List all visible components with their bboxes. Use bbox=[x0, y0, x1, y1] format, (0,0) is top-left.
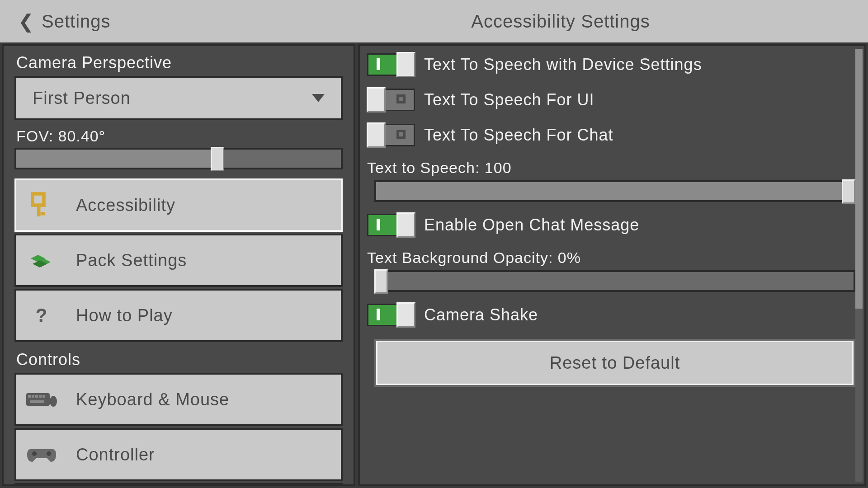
chevron-left-icon: ❮ bbox=[18, 10, 34, 33]
toggle-tts-ui[interactable] bbox=[367, 89, 415, 111]
controls-section-label: Controls bbox=[16, 350, 343, 369]
nav-label: Keyboard & Mouse bbox=[76, 390, 229, 409]
toggle-off-icon bbox=[396, 130, 406, 139]
toggle-label: Enable Open Chat Message bbox=[424, 216, 639, 235]
dropdown-value: First Person bbox=[33, 89, 131, 108]
svg-rect-7 bbox=[28, 395, 31, 398]
sidebar: Camera Perspective First Person FOV: 80.… bbox=[2, 44, 355, 486]
body: Camera Perspective First Person FOV: 80.… bbox=[0, 42, 868, 488]
toggle-label: Text To Speech with Device Settings bbox=[424, 55, 702, 74]
nav-label: Controller bbox=[76, 445, 155, 465]
toggle-label: Camera Shake bbox=[424, 305, 538, 324]
toggle-row-open-chat: Enable Open Chat Message bbox=[367, 214, 855, 236]
toggle-thumb[interactable] bbox=[367, 122, 386, 148]
toggle-on-icon bbox=[377, 58, 380, 70]
pack-icon bbox=[25, 244, 58, 277]
svg-rect-10 bbox=[39, 395, 42, 398]
fov-slider[interactable] bbox=[14, 148, 343, 169]
sidebar-item-controller[interactable]: Controller bbox=[14, 428, 343, 481]
back-label: Settings bbox=[42, 11, 111, 32]
toggle-row-tts-ui: Text To Speech For UI bbox=[367, 89, 855, 111]
slider-thumb[interactable] bbox=[842, 179, 855, 204]
controller-icon bbox=[25, 438, 58, 471]
toggle-label: Text To Speech For Chat bbox=[424, 126, 613, 145]
toggle-open-chat[interactable] bbox=[367, 214, 415, 236]
toggle-off-icon bbox=[396, 94, 406, 103]
reset-label: Reset to Default bbox=[550, 353, 680, 373]
svg-rect-1 bbox=[37, 205, 41, 216]
main-panel: Text To Speech with Device Settings Text… bbox=[358, 44, 866, 486]
slider-thumb[interactable] bbox=[374, 269, 388, 294]
scrollbar[interactable] bbox=[855, 49, 863, 482]
header-bar: ❮ Settings Accessibility Settings bbox=[0, 0, 868, 42]
toggle-thumb[interactable] bbox=[367, 87, 386, 113]
toggle-on-icon bbox=[377, 219, 380, 230]
toggle-thumb[interactable] bbox=[396, 52, 415, 77]
camera-section-label: Camera Perspective bbox=[16, 53, 343, 72]
question-icon: ? bbox=[25, 299, 58, 332]
svg-point-13 bbox=[50, 396, 57, 407]
toggle-tts-device[interactable] bbox=[367, 53, 415, 76]
slider-thumb[interactable] bbox=[211, 147, 224, 171]
svg-rect-12 bbox=[30, 400, 44, 403]
nav-label: How to Play bbox=[76, 306, 173, 325]
fov-label: FOV: 80.40° bbox=[16, 127, 343, 145]
sidebar-item-accessibility[interactable]: Accessibility bbox=[14, 178, 343, 232]
toggle-thumb[interactable] bbox=[396, 212, 415, 238]
toggle-row-tts-chat: Text To Speech For Chat bbox=[367, 124, 855, 146]
scrollbar-thumb[interactable] bbox=[855, 49, 863, 309]
svg-rect-0 bbox=[33, 194, 44, 205]
svg-rect-11 bbox=[42, 395, 45, 398]
toggle-row-camera-shake: Camera Shake bbox=[367, 304, 855, 326]
reset-to-default-button[interactable]: Reset to Default bbox=[374, 339, 855, 387]
svg-point-14 bbox=[32, 451, 37, 456]
toggle-label: Text To Speech For UI bbox=[424, 90, 594, 109]
toggle-thumb[interactable] bbox=[396, 302, 415, 328]
nav-label: Pack Settings bbox=[76, 251, 187, 270]
svg-rect-2 bbox=[41, 212, 45, 216]
chevron-down-icon bbox=[312, 94, 325, 102]
page-title: Accessibility Settings bbox=[471, 11, 650, 32]
nav-label: Accessibility bbox=[76, 196, 175, 215]
keyboard-icon bbox=[25, 383, 58, 416]
key-icon bbox=[25, 189, 58, 221]
toggle-row-tts-device: Text To Speech with Device Settings bbox=[367, 53, 855, 76]
sidebar-item-how-to-play[interactable]: ? How to Play bbox=[14, 289, 343, 342]
sidebar-item-pack-settings[interactable]: Pack Settings bbox=[14, 234, 343, 287]
svg-rect-8 bbox=[32, 395, 34, 398]
slider-fill bbox=[376, 182, 854, 200]
tts-slider[interactable] bbox=[374, 180, 855, 202]
toggle-on-icon bbox=[377, 309, 380, 320]
camera-perspective-dropdown[interactable]: First Person bbox=[14, 76, 343, 120]
tts-slider-label: Text to Speech: 100 bbox=[367, 159, 855, 177]
back-button[interactable]: ❮ Settings bbox=[18, 10, 111, 33]
svg-point-15 bbox=[47, 451, 51, 456]
svg-rect-9 bbox=[35, 395, 38, 398]
toggle-camera-shake[interactable] bbox=[367, 304, 415, 326]
sidebar-item-next[interactable] bbox=[14, 483, 343, 486]
sidebar-item-keyboard-mouse[interactable]: Keyboard & Mouse bbox=[14, 373, 343, 426]
bg-opacity-slider[interactable] bbox=[374, 270, 855, 292]
toggle-tts-chat[interactable] bbox=[367, 124, 415, 146]
slider-fill bbox=[16, 150, 217, 168]
bg-opacity-label: Text Background Opacity: 0% bbox=[367, 249, 855, 267]
